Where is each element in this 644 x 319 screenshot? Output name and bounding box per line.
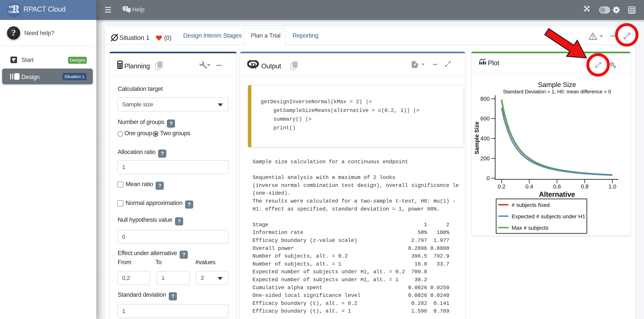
- svg-text:?: ?: [124, 6, 126, 10]
- svg-text:0.4: 0.4: [526, 183, 533, 190]
- svg-text:Sample Size: Sample Size: [538, 81, 576, 88]
- svg-text:1.0: 1.0: [608, 183, 616, 190]
- svg-text:Sample Size: Sample Size: [474, 121, 480, 154]
- svg-text:Alternative: Alternative: [539, 190, 575, 198]
- svg-text:0.8: 0.8: [581, 183, 588, 190]
- svg-text:800: 800: [480, 96, 490, 102]
- svg-text:200: 200: [480, 155, 490, 162]
- svg-text:Max # subjects: Max # subjects: [512, 225, 548, 231]
- svg-text:R: R: [250, 61, 256, 70]
- svg-text:Expected # subjects under H1: Expected # subjects under H1: [512, 213, 585, 219]
- svg-text:400: 400: [480, 135, 490, 142]
- svg-text:0.6: 0.6: [553, 183, 561, 190]
- svg-text:# subjects fixed: # subjects fixed: [512, 202, 550, 208]
- svg-text:0: 0: [487, 175, 490, 181]
- svg-text:Standard Deviation = 1, H0: me: Standard Deviation = 1, H0: mean differe…: [503, 89, 611, 94]
- svg-text:600: 600: [480, 115, 490, 122]
- svg-text:0.2: 0.2: [498, 183, 506, 190]
